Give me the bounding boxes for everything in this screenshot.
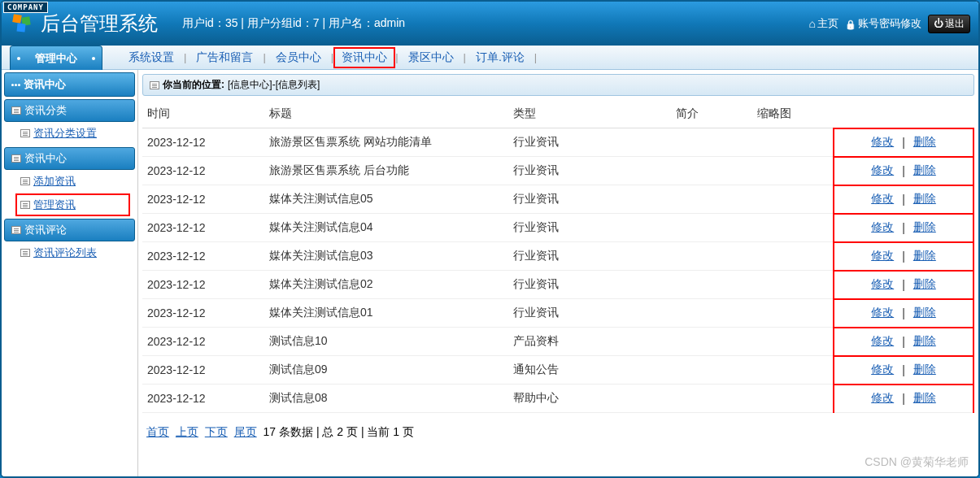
edit-link[interactable]: 修改 xyxy=(871,363,894,377)
action-sep: | xyxy=(902,278,905,291)
nav-link-4[interactable]: 景区中心 xyxy=(399,50,464,65)
cell-type: 行业资讯 xyxy=(508,271,671,299)
logo-icon xyxy=(10,11,34,36)
table-row: 2023-12-12测试信息08帮助中心修改|删除 xyxy=(142,385,973,413)
sidebar-section-0[interactable]: 资讯分类 xyxy=(4,99,135,122)
home-link[interactable]: 主页 xyxy=(809,16,838,31)
nav-link-0[interactable]: 系统设置 xyxy=(119,50,184,65)
edit-link[interactable]: 修改 xyxy=(871,192,894,206)
cell-date: 2023-12-12 xyxy=(142,214,264,242)
watermark: CSDN @黄菊华老师 xyxy=(865,455,969,470)
delete-link[interactable]: 删除 xyxy=(913,163,936,178)
sidebar-header: 资讯中心 xyxy=(4,72,135,97)
cell-type: 行业资讯 xyxy=(508,242,671,271)
cell-intro xyxy=(671,328,752,356)
cell-intro xyxy=(671,214,752,242)
cell-title: 媒体关注测试信息02 xyxy=(264,271,508,299)
item-icon xyxy=(20,177,30,185)
nav-link-1[interactable]: 广告和留言 xyxy=(186,50,263,65)
app-title: 后台管理系统 xyxy=(41,11,158,37)
item-icon xyxy=(20,249,30,257)
cell-thumb xyxy=(752,242,834,271)
delete-link[interactable]: 删除 xyxy=(913,220,936,235)
cell-intro xyxy=(671,299,752,328)
table-row: 2023-12-12媒体关注测试信息05行业资讯修改|删除 xyxy=(142,185,973,214)
sidebar-link[interactable]: 资讯评论列表 xyxy=(33,246,97,260)
action-sep: | xyxy=(902,363,905,376)
edit-link[interactable]: 修改 xyxy=(871,163,894,178)
sidebar-item-1-1[interactable]: 管理资讯 xyxy=(15,193,130,216)
table-row: 2023-12-12旅游景区售票系统 后台功能行业资讯修改|删除 xyxy=(142,157,973,185)
nav-link-3[interactable]: 资讯中心 xyxy=(333,47,395,68)
delete-link[interactable]: 删除 xyxy=(913,277,936,292)
sidebar-item-2-0[interactable]: 资讯评论列表 xyxy=(4,241,135,264)
home-icon xyxy=(809,17,816,30)
cell-actions: 修改|删除 xyxy=(834,214,973,242)
cell-date: 2023-12-12 xyxy=(142,185,264,214)
cell-date: 2023-12-12 xyxy=(142,356,264,385)
delete-link[interactable]: 删除 xyxy=(913,306,936,320)
page-next[interactable]: 下页 xyxy=(205,425,228,438)
sidebar-link[interactable]: 管理资讯 xyxy=(33,198,76,212)
sidebar-link[interactable]: 资讯分类设置 xyxy=(33,126,97,141)
delete-link[interactable]: 删除 xyxy=(913,249,936,263)
cell-intro xyxy=(671,271,752,299)
edit-link[interactable]: 修改 xyxy=(871,306,894,320)
cell-title: 旅游景区售票系统 网站功能清单 xyxy=(264,128,508,157)
user-info: 用户id：35 | 用户分组id：7 | 用户名：admin xyxy=(182,16,405,31)
edit-link[interactable]: 修改 xyxy=(871,135,894,150)
cell-date: 2023-12-12 xyxy=(142,328,264,356)
edit-link[interactable]: 修改 xyxy=(871,391,894,406)
svg-rect-0 xyxy=(12,14,22,24)
cell-thumb xyxy=(752,271,834,299)
table-row: 2023-12-12媒体关注测试信息04行业资讯修改|删除 xyxy=(142,214,973,242)
cell-thumb xyxy=(752,385,834,413)
cell-actions: 修改|删除 xyxy=(834,385,973,413)
action-sep: | xyxy=(902,306,905,319)
edit-link[interactable]: 修改 xyxy=(871,220,894,235)
edit-link[interactable]: 修改 xyxy=(871,277,894,292)
content-area: 你当前的位置: [信息中心]-[信息列表] 时间标题类型简介缩略图 2023-1… xyxy=(138,70,978,476)
cell-type: 帮助中心 xyxy=(508,385,671,413)
account-link[interactable]: 账号密码修改 xyxy=(845,16,921,31)
dots-icon xyxy=(11,84,20,86)
cell-actions: 修改|删除 xyxy=(834,356,973,385)
nav-link-5[interactable]: 订单.评论 xyxy=(466,50,534,65)
nav-tab-active[interactable]: 管理中心 xyxy=(10,46,102,70)
logout-button[interactable]: 退出 xyxy=(928,15,970,33)
section-icon xyxy=(11,226,21,234)
delete-link[interactable]: 删除 xyxy=(913,192,936,206)
company-tag: COMPANY xyxy=(3,2,48,13)
cell-title: 测试信息09 xyxy=(264,356,508,385)
table-row: 2023-12-12测试信息09通知公告修改|删除 xyxy=(142,356,973,385)
col-2: 类型 xyxy=(508,100,671,128)
action-sep: | xyxy=(902,193,905,206)
cell-type: 行业资讯 xyxy=(508,128,671,157)
action-sep: | xyxy=(902,335,905,348)
cell-actions: 修改|删除 xyxy=(834,328,973,356)
svg-rect-2 xyxy=(17,24,26,33)
delete-link[interactable]: 删除 xyxy=(913,135,936,150)
cell-actions: 修改|删除 xyxy=(834,299,973,328)
cell-type: 产品资料 xyxy=(508,328,671,356)
cell-thumb xyxy=(752,128,834,157)
page-first[interactable]: 首页 xyxy=(146,425,169,438)
sidebar-item-0-0[interactable]: 资讯分类设置 xyxy=(4,122,135,145)
cell-intro xyxy=(671,128,752,157)
sidebar-section-2[interactable]: 资讯评论 xyxy=(4,219,135,241)
cell-date: 2023-12-12 xyxy=(142,385,264,413)
top-nav: 管理中心 系统设置|广告和留言|会员中心|资讯中心|景区中心|订单.评论| xyxy=(2,46,978,70)
cell-type: 通知公告 xyxy=(508,356,671,385)
sidebar-item-1-0[interactable]: 添加资讯 xyxy=(4,170,135,193)
sidebar-link[interactable]: 添加资讯 xyxy=(33,174,76,189)
delete-link[interactable]: 删除 xyxy=(913,363,936,377)
nav-link-2[interactable]: 会员中心 xyxy=(266,50,331,65)
delete-link[interactable]: 删除 xyxy=(913,391,936,406)
edit-link[interactable]: 修改 xyxy=(871,249,894,263)
page-last[interactable]: 尾页 xyxy=(234,425,257,438)
edit-link[interactable]: 修改 xyxy=(871,334,894,349)
page-prev[interactable]: 上页 xyxy=(176,425,198,438)
table-row: 2023-12-12媒体关注测试信息03行业资讯修改|删除 xyxy=(142,242,973,271)
sidebar-section-1[interactable]: 资讯中心 xyxy=(4,147,135,170)
delete-link[interactable]: 删除 xyxy=(913,334,936,349)
